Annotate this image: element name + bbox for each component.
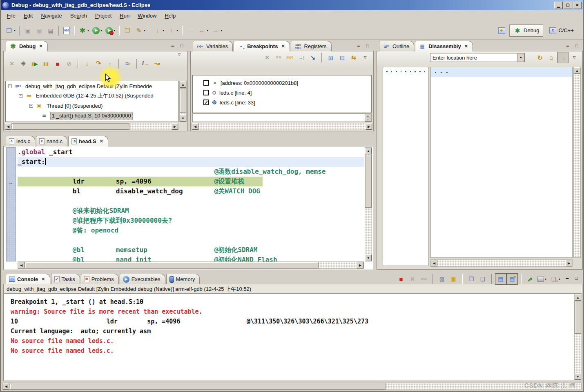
link-items-button[interactable] [348, 52, 359, 63]
dropdown-caret-icon[interactable]: ▾ [163, 29, 164, 32]
collapse-all-button[interactable] [337, 52, 348, 63]
minimize-view-icon[interactable] [169, 42, 176, 49]
open-console-button[interactable]: ▾ [548, 273, 562, 285]
console-output[interactable]: Breakpoint 1, _start () at head.S:10warn… [4, 294, 574, 380]
scroll-thumb[interactable] [365, 155, 372, 208]
menu-help[interactable]: Help [161, 11, 179, 20]
editor-tab-leds-c[interactable]: leds.c [6, 136, 35, 146]
scroll-left-icon[interactable] [192, 123, 198, 130]
restore-window-button[interactable] [564, 2, 572, 9]
restart-button[interactable] [18, 58, 29, 69]
expand-all-button[interactable] [325, 52, 337, 63]
breakpoint-checkbox[interactable] [203, 90, 209, 95]
scroll-right-icon[interactable] [566, 260, 572, 266]
next-annotation-button[interactable]: ▾ [152, 25, 166, 36]
binary-file-button[interactable] [61, 25, 72, 36]
new-wizard-button[interactable]: ▾ [3, 25, 17, 36]
view-menu-button[interactable] [359, 52, 371, 63]
scroll-left-icon[interactable] [18, 262, 25, 268]
step-into-button[interactable] [81, 58, 93, 69]
terminate-button[interactable] [395, 273, 407, 285]
scroll-thumb[interactable] [12, 123, 129, 130]
suspend-button[interactable] [40, 58, 52, 69]
scroll-down-icon[interactable] [575, 373, 581, 380]
disassembly-vertical-scrollbar[interactable] [573, 67, 581, 258]
console-vertical-scrollbar[interactable] [574, 294, 582, 380]
scroll-right-icon[interactable] [366, 123, 372, 130]
skip-all-breakpoints-button[interactable] [284, 52, 296, 63]
vars-tab-variables[interactable]: Variables [193, 41, 233, 51]
debug-tab-debug[interactable]: Debug✕ [6, 41, 48, 51]
scroll-left-icon[interactable] [3, 383, 9, 390]
dropdown-caret-icon[interactable]: ▾ [87, 29, 89, 32]
combo-dropdown-icon[interactable]: ▼ [517, 53, 524, 62]
breakpoints-horizontal-scrollbar[interactable] [192, 123, 372, 130]
maximize-view-icon[interactable] [364, 42, 371, 49]
remove-all-terminated-button[interactable] [418, 273, 430, 285]
dropdown-caret-icon[interactable]: ▾ [221, 29, 222, 32]
titlebar[interactable]: Debug - debug_with_jtag_gdb_eclipse/head… [1, 0, 583, 10]
scroll-thumb[interactable] [10, 383, 386, 390]
scroll-down-icon[interactable] [365, 255, 372, 261]
location-input[interactable] [430, 55, 517, 61]
editor-text-area[interactable]: .global _start_start: @函数disable_watch_d… [18, 147, 364, 261]
scroll-up-icon[interactable] [180, 81, 186, 88]
menu-file[interactable]: File [3, 11, 19, 20]
minimize-window-button[interactable] [554, 2, 563, 9]
instruction-stepping-button[interactable] [122, 58, 134, 69]
pin-console-button[interactable] [524, 273, 536, 285]
console-tab-memory[interactable]: Memory [166, 274, 200, 284]
link-with-debug-button[interactable] [307, 52, 319, 63]
run-external-button[interactable]: ▾ [104, 25, 117, 36]
spinner-up-icon[interactable]: ▲ [365, 114, 371, 117]
scroll-thumb[interactable] [25, 262, 319, 268]
open-perspective-button[interactable] [496, 25, 507, 36]
outline-tab-outline[interactable]: Outline [379, 41, 414, 51]
previous-annotation-button[interactable]: ▾ [166, 25, 180, 36]
tree-expander-icon[interactable]: − [8, 84, 12, 88]
forward-button[interactable]: ▾ [210, 25, 224, 36]
disassembly-horizontal-scrollbar[interactable] [430, 259, 573, 267]
track-execution-button[interactable] [557, 52, 568, 63]
maximize-view-icon[interactable] [573, 275, 580, 281]
console-tab-problems[interactable]: Problems [81, 274, 119, 284]
last-edit-location-button[interactable] [185, 25, 196, 36]
breakpoint-checkbox[interactable] [203, 80, 209, 86]
debug-horizontal-scrollbar[interactable] [4, 123, 178, 130]
print-button[interactable] [45, 25, 56, 36]
show-on-stderr-button[interactable] [506, 273, 518, 285]
editor-horizontal-scrollbar[interactable] [18, 261, 364, 269]
tree-expander-icon[interactable]: − [19, 94, 22, 98]
resume-button[interactable] [29, 58, 40, 69]
vars-tab-registers[interactable]: Registers [291, 41, 332, 51]
scroll-down-icon[interactable] [180, 115, 186, 122]
editor-annotation-ruler[interactable] [6, 147, 16, 261]
debug-vertical-scrollbar[interactable] [179, 81, 187, 122]
dropdown-caret-icon[interactable]: ▾ [207, 29, 208, 32]
step-return-button[interactable] [104, 58, 116, 69]
scroll-left-icon[interactable] [431, 260, 437, 266]
editor-tab-head-s[interactable]: head.S✕ [68, 136, 108, 146]
breakpoint-row[interactable]: ✓leds.c [line: 33] [194, 97, 370, 107]
bottom-horizontal-scrollbar[interactable] [2, 383, 582, 390]
menu-run[interactable]: Run [116, 11, 133, 20]
menu-edit[interactable]: Edit [20, 11, 36, 20]
refresh-view-button[interactable] [534, 52, 546, 63]
debug-tree-row[interactable]: −Embedded GDB (12-4-25 上午10:52) (Suspend… [6, 91, 178, 101]
debug-tree-row[interactable]: −debug_with_jtag_gdb_eclipse Default [Zy… [6, 81, 178, 91]
console-tab-executables[interactable]: Executables [120, 274, 165, 284]
scroll-up-icon[interactable] [365, 148, 372, 154]
run-button[interactable]: ▾ [91, 25, 104, 36]
breakpoint-row[interactable]: leds.c [line: 4] [194, 88, 370, 97]
close-tab-icon[interactable]: ✕ [464, 44, 468, 49]
display-selected-console-button[interactable]: ▾ [536, 273, 548, 285]
console-tab-tasks[interactable]: Tasks [51, 274, 80, 284]
scroll-up-icon[interactable] [575, 294, 581, 301]
close-tab-icon[interactable]: ✕ [281, 44, 285, 49]
minimize-view-icon[interactable] [564, 275, 571, 281]
dropdown-caret-icon[interactable]: ▾ [14, 29, 16, 32]
disconnect-button[interactable] [63, 58, 75, 69]
scroll-lock-button[interactable] [448, 273, 459, 285]
debug-tree-row[interactable]: −Thread [0] (Suspended) [6, 101, 178, 111]
clear-console-button[interactable] [436, 273, 448, 285]
